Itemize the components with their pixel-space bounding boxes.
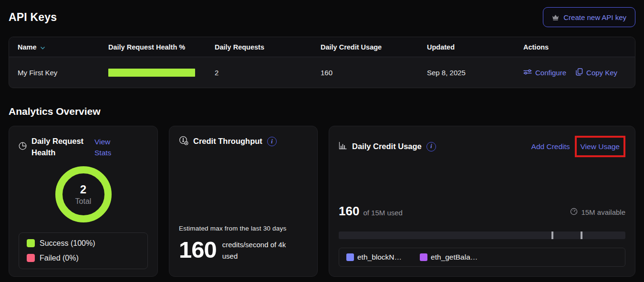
success-label: Success (100%) xyxy=(40,239,95,248)
failed-swatch xyxy=(27,254,35,262)
credits-used-suffix: of 15M used xyxy=(363,209,403,217)
api-keys-header: API Keys Create new API key xyxy=(9,0,635,27)
info-icon[interactable]: i xyxy=(267,137,277,146)
health-bar-cell xyxy=(108,69,215,77)
create-api-key-button[interactable]: Create new API key xyxy=(543,7,635,27)
actions-cell: Configure Copy Key xyxy=(523,68,635,77)
analytics-cards: Daily Request Health View Stats 2 Total … xyxy=(9,126,635,277)
legend-item-eth-blocknumber: eth_blockN… xyxy=(346,253,402,262)
eth-getbalance-label: eth_getBala… xyxy=(431,253,478,262)
info-icon[interactable]: i xyxy=(426,142,436,151)
usage-value-row: 160 of 15M used 15M available xyxy=(339,204,625,219)
view-usage-link[interactable]: View Usage xyxy=(581,142,620,151)
column-header-updated: Updated xyxy=(427,43,523,51)
throughput-note: Estimated max from the last 30 days xyxy=(179,225,308,232)
gauge-icon xyxy=(179,136,188,147)
usage-card-links: Add Credits View Usage xyxy=(531,136,625,157)
dashboard-page: API Keys Create new API key Name Daily R… xyxy=(0,0,644,277)
sliders-icon xyxy=(523,69,532,77)
table-row: My First Key 2 160 Sep 8, 2025 Configure xyxy=(9,57,635,88)
daily-requests-value: 2 xyxy=(215,69,321,77)
progress-tick xyxy=(551,232,553,239)
usage-progress-bar xyxy=(339,232,625,239)
usage-card-title: Daily Credit Usage xyxy=(352,141,422,152)
daily-request-health-card: Daily Request Health View Stats 2 Total … xyxy=(9,126,158,277)
page-title: API Keys xyxy=(9,11,57,24)
credits-available: 15M available xyxy=(570,208,625,217)
progress-tick xyxy=(581,232,582,239)
configure-label: Configure xyxy=(535,69,566,77)
eth-blocknumber-swatch xyxy=(346,253,354,261)
api-keys-table: Name Daily Request Health % Daily Reques… xyxy=(9,37,635,88)
usage-legend: eth_blockN… eth_getBala… xyxy=(339,248,625,267)
crown-icon xyxy=(552,14,559,20)
column-header-requests: Daily Requests xyxy=(215,43,321,51)
throughput-card-header: Credit Throughput i xyxy=(179,136,308,147)
eth-blocknumber-label: eth_blockN… xyxy=(357,253,402,262)
copy-icon xyxy=(576,68,583,77)
credit-throughput-card: Credit Throughput i Estimated max from t… xyxy=(169,126,318,277)
configure-link[interactable]: Configure xyxy=(523,69,566,77)
health-donut-chart: 2 Total xyxy=(19,166,148,222)
bar-chart-icon xyxy=(339,141,347,151)
copy-key-label: Copy Key xyxy=(586,69,617,77)
throughput-card-title: Credit Throughput xyxy=(193,136,262,147)
throughput-unit: credits/second of 4k used xyxy=(222,239,298,262)
table-header-row: Name Daily Request Health % Daily Reques… xyxy=(9,37,635,57)
analytics-overview-title: Analytics Overview xyxy=(9,106,635,117)
eth-getbalance-swatch xyxy=(420,253,427,261)
column-header-name[interactable]: Name xyxy=(18,43,108,51)
legend-item-success: Success (100%) xyxy=(27,239,140,248)
column-header-credit-usage: Daily Credit Usage xyxy=(321,43,427,51)
donut-total-label: Total xyxy=(75,197,92,206)
health-card-header: Daily Request Health View Stats xyxy=(19,136,148,159)
daily-credit-usage-card: Daily Credit Usage i Add Credits View Us… xyxy=(329,126,635,277)
create-api-key-label: Create new API key xyxy=(563,13,626,21)
donut-ring: 2 Total xyxy=(55,166,112,222)
failed-label: Failed (0%) xyxy=(40,254,79,262)
speedometer-icon xyxy=(570,208,578,217)
view-stats-link[interactable]: View Stats xyxy=(94,136,121,159)
column-header-health: Daily Request Health % xyxy=(108,43,215,51)
sort-chevron-icon xyxy=(40,43,45,51)
column-header-actions: Actions xyxy=(523,43,635,51)
health-bar xyxy=(108,69,195,77)
health-card-title: Daily Request Health xyxy=(31,136,90,159)
legend-item-failed: Failed (0%) xyxy=(27,254,140,262)
daily-credit-usage-value: 160 xyxy=(321,69,427,77)
legend-item-eth-getbalance: eth_getBala… xyxy=(420,253,478,262)
pie-chart-icon xyxy=(19,142,27,152)
annotation-box: View Usage xyxy=(575,136,625,157)
usage-card-header: Daily Credit Usage i Add Credits View Us… xyxy=(339,136,625,157)
available-label: 15M available xyxy=(581,208,625,216)
throughput-value-row: 160 credits/second of 4k used xyxy=(179,238,308,267)
donut-total-value: 2 xyxy=(80,183,86,196)
copy-key-link[interactable]: Copy Key xyxy=(576,68,617,77)
key-name: My First Key xyxy=(18,69,108,77)
updated-value: Sep 8, 2025 xyxy=(427,69,523,77)
credits-used-value: 160 xyxy=(339,204,359,219)
success-swatch xyxy=(27,239,35,247)
throughput-value: 160 xyxy=(179,238,217,262)
add-credits-link[interactable]: Add Credits xyxy=(531,141,570,152)
health-legend: Success (100%) Failed (0%) xyxy=(19,232,148,269)
